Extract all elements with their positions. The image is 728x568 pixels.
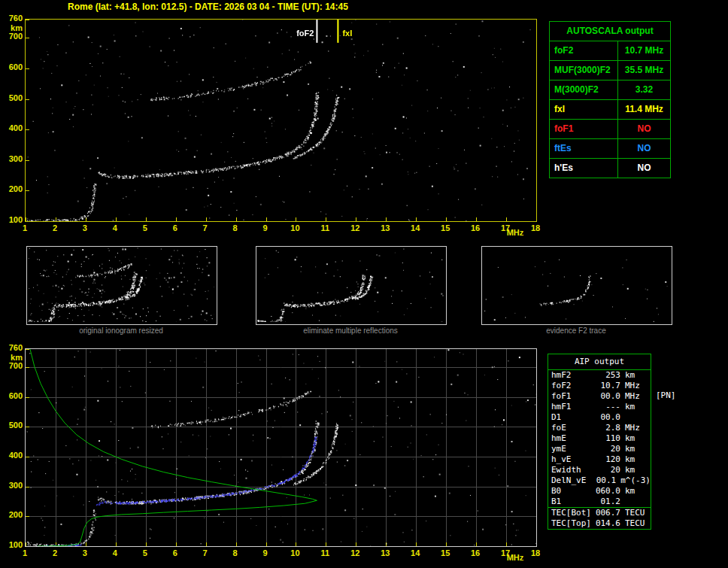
aip-output-table: AIP outputhmF2253kmfoF210.7MHzfoF100.0MH… bbox=[548, 354, 651, 530]
x-tick-label: 14 bbox=[408, 548, 422, 557]
autoscala-table-row: fxI11.4 MHz bbox=[550, 99, 670, 119]
parameter-value: 014.6 bbox=[593, 518, 620, 529]
parameter-value: 35.5 MHz bbox=[618, 61, 670, 80]
y-tick-label: 600 bbox=[2, 62, 23, 71]
y-tick-label: 500 bbox=[2, 93, 23, 102]
parameter-value: NO bbox=[618, 159, 670, 178]
parameter-label: foF2 bbox=[550, 41, 618, 60]
page-title: Rome (lat: +41.8, lon: 012.5) - DATE: 20… bbox=[68, 2, 348, 12]
top-ionogram-canvas bbox=[26, 20, 536, 221]
top-ionogram-plot: foF2fxI bbox=[25, 19, 537, 222]
y-tick-label: 400 bbox=[2, 123, 23, 132]
parameter-unit: km bbox=[625, 465, 635, 475]
x-tick-label: 4 bbox=[108, 223, 122, 232]
x-tick-label: 16 bbox=[469, 223, 482, 232]
parameter-unit: km bbox=[625, 444, 635, 454]
x-tick-label: 15 bbox=[438, 223, 452, 232]
parameter-unit: TECU bbox=[625, 508, 645, 518]
x-tick-label: 18 bbox=[529, 223, 542, 232]
parameter-label: ftEs bbox=[550, 139, 618, 158]
parameter-label: MUF(3000)F2 bbox=[550, 61, 618, 80]
thumbnail-original-ionogram bbox=[26, 246, 217, 325]
parameter-label: h'Es bbox=[550, 159, 618, 178]
x-tick-label: 10 bbox=[288, 548, 302, 557]
x-tick-label: 4 bbox=[108, 548, 122, 557]
x-tick-label: 3 bbox=[78, 548, 92, 557]
parameter-unit: km bbox=[625, 370, 635, 381]
parameter-unit: MHz bbox=[625, 381, 640, 391]
x-tick-label: 2 bbox=[48, 548, 62, 557]
frequency-marker-label: fxI bbox=[342, 29, 352, 38]
parameter-unit: km bbox=[625, 402, 635, 412]
y-tick-label: 300 bbox=[2, 154, 23, 163]
parameter-unit: m^(-3) bbox=[620, 475, 651, 486]
thumbnail-f2-trace bbox=[481, 246, 672, 325]
autoscala-output-table: AUTOSCALA outputfoF210.7 MHzMUF(3000)F23… bbox=[549, 21, 671, 178]
parameter-value: 120 bbox=[593, 454, 620, 465]
parameter-name: hmE bbox=[551, 433, 593, 444]
parameter-name: D1 bbox=[551, 412, 593, 423]
x-tick-label: 13 bbox=[378, 223, 392, 232]
aip-table-row: B101.2 bbox=[548, 497, 651, 507]
x-tick-label: 1 bbox=[18, 548, 32, 557]
y-tick-label: 200 bbox=[2, 184, 23, 193]
parameter-unit: km bbox=[625, 454, 635, 465]
y-tick-label: 600 bbox=[2, 391, 23, 400]
thumbnail-caption: original ionogram resized bbox=[26, 327, 216, 335]
x-axis-unit-label: MHz bbox=[504, 228, 526, 237]
pn-flag: [PN] bbox=[656, 390, 676, 400]
x-tick-label: 8 bbox=[229, 548, 242, 557]
bottom-ionogram-plot bbox=[25, 348, 537, 547]
x-tick-label: 18 bbox=[529, 548, 542, 557]
autoscala-table-header: AUTOSCALA output bbox=[550, 22, 670, 41]
parameter-name: B0 bbox=[551, 486, 593, 497]
x-tick-label: 13 bbox=[378, 548, 392, 557]
parameter-value: 11.4 MHz bbox=[618, 100, 670, 119]
x-tick-label: 12 bbox=[348, 548, 362, 557]
y-tick-label: 700 bbox=[2, 32, 23, 41]
parameter-name: ymE bbox=[551, 444, 593, 454]
x-tick-label: 11 bbox=[318, 223, 332, 232]
parameter-value: 110 bbox=[593, 433, 620, 444]
aip-table-row: hmE110km bbox=[548, 433, 651, 444]
x-tick-label: 11 bbox=[318, 548, 332, 557]
parameter-value: --- bbox=[593, 402, 620, 412]
parameter-value: 00.0 bbox=[593, 391, 620, 402]
y-tick-label: 760 bbox=[2, 14, 23, 23]
parameter-value: 2.8 bbox=[593, 423, 620, 433]
parameter-value: 3.32 bbox=[618, 80, 670, 99]
x-tick-label: 3 bbox=[78, 223, 92, 232]
x-tick-label: 2 bbox=[48, 223, 62, 232]
aip-table-row: B0060.0km bbox=[548, 486, 651, 497]
aip-table-row: TEC[Top]014.6TECU bbox=[548, 518, 651, 529]
x-tick-label: 7 bbox=[199, 548, 212, 557]
parameter-value: 00.1 bbox=[591, 475, 617, 486]
parameter-name: B1 bbox=[551, 497, 593, 507]
aip-table-row: hmF2253km bbox=[548, 370, 651, 381]
parameter-name: Ewidth bbox=[551, 465, 593, 475]
aip-table-row: foF100.0MHz bbox=[548, 391, 651, 402]
parameter-value: 10.7 bbox=[593, 381, 620, 391]
parameter-name: foF1 bbox=[551, 391, 593, 402]
autoscala-screen: Rome (lat: +41.8, lon: 012.5) - DATE: 20… bbox=[0, 0, 728, 568]
parameter-name: TEC[Bot] bbox=[551, 508, 593, 518]
x-tick-label: 12 bbox=[348, 223, 362, 232]
x-tick-label: 5 bbox=[138, 223, 152, 232]
parameter-name: foE bbox=[551, 423, 593, 433]
x-axis-unit-label: MHz bbox=[504, 553, 526, 562]
parameter-unit: km bbox=[625, 433, 635, 444]
x-tick-label: 10 bbox=[288, 223, 302, 232]
thumbnail-caption: eliminate multiple reflections bbox=[256, 327, 445, 335]
y-tick-label: 100 bbox=[2, 540, 23, 549]
parameter-label: fxI bbox=[550, 100, 618, 119]
aip-table-row: foE2.8MHz bbox=[548, 423, 651, 433]
x-tick-label: 14 bbox=[408, 223, 422, 232]
thumbnail-multiple-reflections bbox=[256, 246, 447, 325]
parameter-value: 00.0 bbox=[593, 412, 620, 423]
autoscala-table-row: MUF(3000)F235.5 MHz bbox=[550, 60, 670, 80]
aip-table-row: D100.0 bbox=[548, 412, 651, 423]
parameter-unit: MHz bbox=[625, 423, 640, 433]
parameter-name: h_vE bbox=[551, 454, 593, 465]
thumbnail-canvas bbox=[28, 248, 214, 322]
autoscala-table-row: foF210.7 MHz bbox=[550, 41, 670, 60]
